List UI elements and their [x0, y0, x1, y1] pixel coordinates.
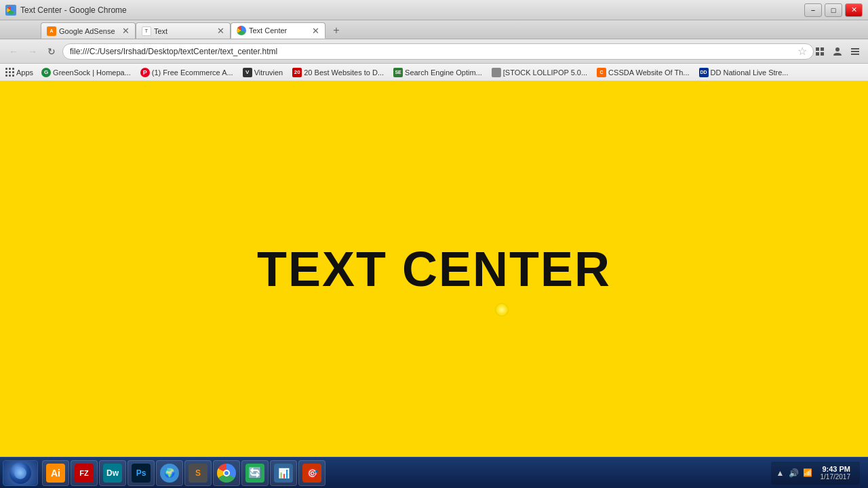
svg-rect-0 — [816, 47, 819, 51]
taskbar-app8[interactable]: 🔄 — [241, 460, 269, 486]
pinterest-favicon: P — [140, 68, 150, 77]
greensock-favicon: G — [41, 68, 51, 77]
dd-favicon: DD — [699, 68, 709, 77]
menu-icon[interactable] — [848, 44, 863, 59]
window-controls: − □ ✕ — [804, 3, 863, 17]
cssda-favicon: C — [597, 68, 606, 77]
tray-volume-icon[interactable]: 🔊 — [789, 468, 799, 478]
bookmark-dd[interactable]: DD DD National Live Stre... — [695, 66, 793, 79]
taskbar-app9[interactable]: 📊 — [270, 460, 297, 486]
apps-launcher[interactable]: Apps — [5, 68, 33, 77]
system-clock[interactable]: 9:43 PM 1/17/2017 — [816, 465, 855, 481]
bookmark-greensock[interactable]: G GreenSock | Homepa... — [37, 66, 135, 79]
tab-label: Text — [154, 27, 212, 35]
webpage-content: TEXT CENTER — [0, 81, 868, 457]
bookmark-label: 20 Best Websites to D... — [304, 68, 384, 77]
cursor — [495, 303, 509, 317]
text-center-favicon — [237, 26, 246, 35]
bookmark-label: Search Engine Optim... — [405, 68, 482, 77]
tray-network-icon[interactable]: 📶 — [803, 468, 812, 477]
bookmark-label: DD National Live Stre... — [711, 68, 789, 77]
apps-label[interactable]: Apps — [16, 68, 33, 77]
taskbar-apps: Ai FZ Dw Ps 🌍 S — [39, 460, 328, 486]
svg-rect-6 — [851, 51, 859, 52]
taskbar-filezilla[interactable]: FZ — [71, 460, 98, 486]
taskbar-dreamweaver[interactable]: Dw — [99, 460, 126, 486]
best-favicon: 20 — [292, 68, 302, 77]
extensions-icon[interactable] — [812, 44, 827, 59]
svg-rect-1 — [821, 47, 824, 51]
photoshop-icon: Ps — [132, 464, 151, 483]
taskbar-chrome[interactable] — [213, 460, 240, 486]
back-button[interactable]: ← — [5, 43, 22, 60]
svg-rect-3 — [821, 52, 824, 56]
vitruvien-favicon: V — [243, 68, 252, 77]
main-heading: TEXT CENTER — [257, 241, 611, 297]
chrome-icon — [5, 5, 16, 16]
apps-grid-icon — [5, 68, 15, 77]
taskbar-browser2[interactable]: 🌍 — [156, 460, 183, 486]
svg-point-4 — [835, 47, 840, 52]
taskbar-app10[interactable]: 🎯 — [298, 460, 326, 486]
sublimetext-icon: S — [189, 464, 208, 483]
tab-close-icon[interactable]: ✕ — [217, 26, 224, 36]
start-orb-icon — [9, 462, 31, 484]
app10-icon: 🎯 — [302, 464, 321, 483]
browser2-icon: 🌍 — [160, 464, 179, 483]
tab-text[interactable]: T Text ✕ — [136, 22, 231, 39]
new-tab-button[interactable]: + — [328, 22, 344, 39]
clock-date: 1/17/2017 — [821, 473, 851, 481]
bookmark-label: [STOCK LOLLIPOP 5.0... — [503, 68, 587, 77]
adsense-favicon: A — [47, 26, 56, 36]
bookmark-label: (1) Free Ecommerce A... — [152, 68, 233, 77]
bookmark-pinterest[interactable]: P (1) Free Ecommerce A... — [136, 66, 237, 79]
start-orb-inner — [14, 467, 26, 479]
bookmark-label: GreenSock | Homepa... — [53, 68, 131, 77]
bookmark-vitruvien[interactable]: V Vitruvien — [239, 66, 288, 79]
seo-favicon: SE — [393, 68, 403, 77]
navigation-bar: ← → ↻ ☆ — [0, 39, 868, 64]
tray-arrow-icon[interactable]: ▲ — [776, 468, 785, 478]
reload-button[interactable]: ↻ — [43, 43, 60, 60]
bookmark-stock[interactable]: [STOCK LOLLIPOP 5.0... — [488, 66, 591, 79]
title-bar: Text Center - Google Chrome − □ ✕ — [0, 0, 868, 20]
tab-label: Google AdSense — [59, 27, 117, 35]
stock-favicon — [492, 68, 501, 77]
start-button[interactable] — [3, 460, 38, 486]
taskbar: Ai FZ Dw Ps 🌍 S — [0, 457, 868, 488]
svg-rect-5 — [851, 48, 859, 49]
close-button[interactable]: ✕ — [845, 3, 863, 17]
tab-close-icon[interactable]: ✕ — [122, 26, 130, 36]
bookmark-star-icon[interactable]: ☆ — [797, 45, 807, 58]
bookmark-label: CSSDA Website Of Th... — [608, 68, 689, 77]
profile-icon[interactable] — [830, 44, 845, 59]
system-tray: ▲ 🔊 📶 9:43 PM 1/17/2017 — [771, 462, 860, 485]
svg-rect-7 — [851, 54, 859, 55]
tab-google-adsense[interactable]: A Google AdSense ✕ — [41, 22, 136, 39]
bookmark-label: Vitruvien — [254, 68, 283, 77]
address-bar[interactable] — [62, 43, 814, 60]
app9-icon: 📊 — [274, 464, 293, 483]
minimize-button[interactable]: − — [804, 3, 822, 17]
forward-button[interactable]: → — [24, 43, 41, 60]
bookmark-cssda[interactable]: C CSSDA Website Of Th... — [593, 66, 693, 79]
title-bar-left: Text Center - Google Chrome — [5, 5, 127, 16]
dreamweaver-icon: Dw — [103, 464, 122, 483]
bookmarks-bar: Apps G GreenSock | Homepa... P (1) Free … — [0, 64, 868, 81]
browser-window: Text Center - Google Chrome − □ ✕ A Goog… — [0, 0, 868, 488]
taskbar-sublimetext[interactable]: S — [184, 460, 212, 486]
illustrator-icon: Ai — [46, 464, 65, 483]
svg-rect-2 — [816, 52, 819, 56]
bookmark-20best[interactable]: 20 20 Best Websites to D... — [288, 66, 388, 79]
bookmark-seo[interactable]: SE Search Engine Optim... — [389, 66, 486, 79]
window-title: Text Center - Google Chrome — [20, 5, 127, 15]
maximize-button[interactable]: □ — [825, 3, 842, 17]
taskbar-photoshop[interactable]: Ps — [127, 460, 155, 486]
clock-time: 9:43 PM — [821, 465, 851, 473]
filezilla-icon: FZ — [75, 464, 94, 483]
taskbar-right: ▲ 🔊 📶 9:43 PM 1/17/2017 — [771, 462, 865, 485]
taskbar-illustrator[interactable]: Ai — [42, 460, 69, 486]
tab-text-center[interactable]: Text Center ✕ — [231, 22, 326, 39]
tab-label: Text Center — [249, 26, 307, 35]
tab-close-icon[interactable]: ✕ — [312, 26, 319, 36]
